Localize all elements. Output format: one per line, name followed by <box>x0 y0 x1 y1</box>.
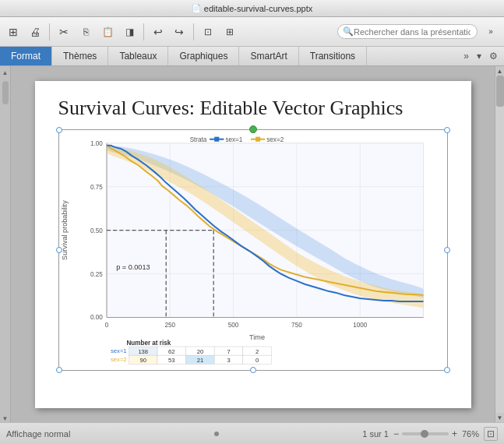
svg-rect-34 <box>256 136 260 141</box>
filename: editable-survival-curves.pptx <box>204 4 312 13</box>
main-area: ▲ ▼ Survival Curves: Editable Vector Gra… <box>0 66 504 422</box>
svg-text:Strata: Strata <box>189 136 206 143</box>
toolbar-cut[interactable]: ✂ <box>54 22 74 42</box>
handle-tl[interactable] <box>56 127 62 133</box>
svg-text:138: 138 <box>138 348 148 355</box>
svg-text:500: 500 <box>227 321 238 328</box>
page-dot-1[interactable] <box>214 432 219 436</box>
separator-1 <box>49 23 50 41</box>
toolbar-format-paint[interactable]: ◨ <box>119 22 139 42</box>
svg-text:Number at risk: Number at risk <box>126 339 171 346</box>
toolbar-undo[interactable]: ↩ <box>148 22 168 42</box>
handle-bm[interactable] <box>250 367 256 373</box>
handle-ml[interactable] <box>56 247 62 253</box>
svg-text:0: 0 <box>255 357 258 364</box>
slide: Survival Curves: Editable Vector Graphic… <box>35 81 471 408</box>
toolbar-print[interactable]: 🖨 <box>25 22 45 42</box>
zoom-level: 76% <box>462 429 479 439</box>
scroll-thumb[interactable] <box>2 81 9 104</box>
slide-area: Survival Curves: Editable Vector Graphic… <box>11 66 495 422</box>
svg-text:250: 250 <box>164 321 175 328</box>
svg-text:sex=1: sex=1 <box>225 136 242 143</box>
zoom-slider-thumb[interactable] <box>421 430 428 438</box>
handle-mr[interactable] <box>444 247 450 253</box>
slide-title: Survival Curves: Editable Vector Graphic… <box>58 97 448 120</box>
toolbar: ⊞ 🖨 ✂ ⎘ 📋 ◨ ↩ ↪ ⊡ ⊞ 🔍 » <box>0 17 504 47</box>
ribbon-settings[interactable]: ⚙ <box>486 49 501 63</box>
svg-text:0.00: 0.00 <box>90 314 103 321</box>
svg-rect-31 <box>214 136 219 141</box>
svg-text:90: 90 <box>139 357 146 364</box>
scroll-down[interactable]: ▼ <box>495 413 504 422</box>
search-icon: 🔍 <box>343 26 354 37</box>
svg-text:20: 20 <box>196 348 203 355</box>
svg-text:2: 2 <box>255 348 258 355</box>
tab-format[interactable]: Format <box>0 47 52 65</box>
svg-text:21: 21 <box>196 357 203 364</box>
left-panel: ▲ ▼ <box>0 66 11 422</box>
svg-text:1.00: 1.00 <box>90 139 103 146</box>
status-bar: Affichage normal 1 sur 1 − + 76% ⊡ <box>0 422 504 444</box>
tab-tableaux[interactable]: Tableaux <box>108 47 168 65</box>
svg-text:sex=2: sex=2 <box>111 356 127 363</box>
svg-text:0.75: 0.75 <box>90 183 103 190</box>
svg-text:7: 7 <box>227 348 230 355</box>
fit-page-btn[interactable]: ⊡ <box>484 427 498 441</box>
chart-svg: 1.00 0.75 0.50 0.25 0.00 0 250 500 750 1… <box>59 130 447 370</box>
title-bar: 📄 editable-survival-curves.pptx <box>0 0 504 17</box>
toolbar-redo[interactable]: ↪ <box>169 22 189 42</box>
svg-text:0.50: 0.50 <box>90 227 103 234</box>
toolbar-overflow[interactable]: » <box>481 22 501 42</box>
svg-text:0: 0 <box>104 321 108 328</box>
zoom-control[interactable]: − + <box>393 428 457 439</box>
tab-smartart[interactable]: SmartArt <box>239 47 298 65</box>
tab-transitions[interactable]: Transitions <box>299 47 367 65</box>
search-box[interactable]: 🔍 <box>337 24 478 39</box>
toolbar-copy[interactable]: ⎘ <box>76 22 96 42</box>
scroll-up[interactable]: ▲ <box>495 66 504 76</box>
page-count: 1 sur 1 <box>362 429 389 439</box>
handle-center-top[interactable] <box>249 125 257 133</box>
svg-text:1000: 1000 <box>353 321 368 328</box>
view-mode: Affichage normal <box>6 429 70 439</box>
scrollbar-thumb[interactable] <box>496 76 504 107</box>
ribbon-more[interactable]: » <box>460 49 472 63</box>
tab-graphiques[interactable]: Graphiques <box>168 47 239 65</box>
tab-themes[interactable]: Thèmes <box>52 47 108 65</box>
svg-text:sex=1: sex=1 <box>111 347 127 354</box>
toolbar-paste[interactable]: 📋 <box>97 22 118 42</box>
svg-text:62: 62 <box>168 348 174 355</box>
svg-text:sex=2: sex=2 <box>266 136 284 143</box>
svg-text:3: 3 <box>227 357 230 364</box>
ribbon: Format Thèmes Tableaux Graphiques SmartA… <box>0 47 504 66</box>
svg-text:0.25: 0.25 <box>90 270 103 277</box>
scrollbar-track[interactable] <box>495 76 504 413</box>
toolbar-slides[interactable]: ⊡ <box>198 22 218 42</box>
scroll-down-arrow[interactable]: ▼ <box>2 415 9 422</box>
separator-3 <box>193 23 194 41</box>
right-scrollbar: ▲ ▼ <box>495 66 504 422</box>
chart-container[interactable]: 1.00 0.75 0.50 0.25 0.00 0 250 500 750 1… <box>58 129 448 371</box>
slide-dots <box>70 432 362 436</box>
toolbar-new[interactable]: ⊞ <box>3 22 23 42</box>
scroll-up-arrow[interactable]: ▲ <box>2 69 9 76</box>
handle-bl[interactable] <box>56 367 62 373</box>
zoom-slider[interactable] <box>402 432 449 435</box>
status-right: 1 sur 1 − + 76% ⊡ <box>362 427 498 441</box>
toolbar-table[interactable]: ⊞ <box>220 22 240 42</box>
search-input[interactable] <box>354 27 471 37</box>
handle-tr[interactable] <box>444 127 450 133</box>
separator-2 <box>143 23 144 41</box>
svg-text:p = 0.0013: p = 0.0013 <box>116 263 150 271</box>
svg-text:Time: Time <box>249 333 265 340</box>
ribbon-overflow: » ▾ ⚙ <box>457 47 504 65</box>
handle-br[interactable] <box>444 367 450 373</box>
zoom-in-btn[interactable]: + <box>452 428 457 439</box>
doc-icon: 📄 <box>192 4 201 12</box>
zoom-out-btn[interactable]: − <box>393 428 399 439</box>
ribbon-toggle[interactable]: ▾ <box>474 49 485 63</box>
svg-text:53: 53 <box>168 357 174 364</box>
svg-text:750: 750 <box>291 321 302 328</box>
undo-redo-group: ↩ ↪ <box>148 22 189 42</box>
